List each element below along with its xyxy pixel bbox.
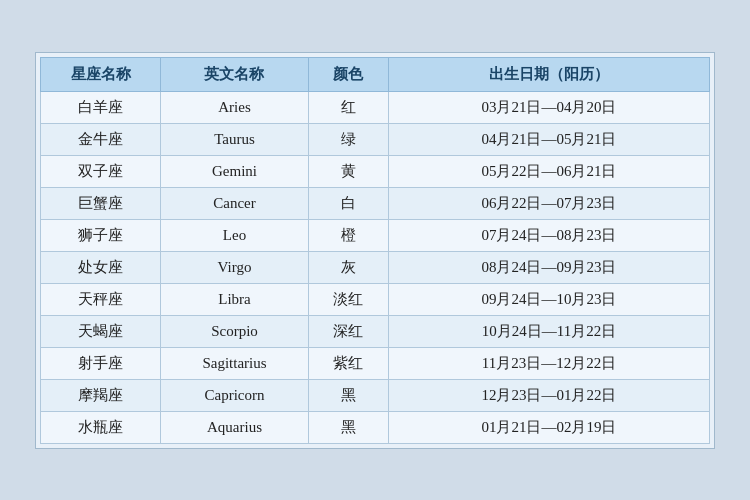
header-date: 出生日期（阳历）: [388, 57, 709, 91]
zodiac-table: 星座名称 英文名称 颜色 出生日期（阳历） 白羊座Aries红03月21日—04…: [40, 57, 710, 444]
cell-cn: 处女座: [41, 251, 161, 283]
cell-cn: 射手座: [41, 347, 161, 379]
cell-en: Aquarius: [161, 411, 308, 443]
cell-color: 紫红: [308, 347, 388, 379]
cell-color: 淡红: [308, 283, 388, 315]
cell-en: Virgo: [161, 251, 308, 283]
cell-cn: 巨蟹座: [41, 187, 161, 219]
cell-color: 橙: [308, 219, 388, 251]
cell-date: 04月21日—05月21日: [388, 123, 709, 155]
table-row: 双子座Gemini黄05月22日—06月21日: [41, 155, 710, 187]
zodiac-table-container: 星座名称 英文名称 颜色 出生日期（阳历） 白羊座Aries红03月21日—04…: [35, 52, 715, 449]
cell-cn: 水瓶座: [41, 411, 161, 443]
cell-date: 12月23日—01月22日: [388, 379, 709, 411]
cell-cn: 双子座: [41, 155, 161, 187]
table-row: 处女座Virgo灰08月24日—09月23日: [41, 251, 710, 283]
cell-date: 11月23日—12月22日: [388, 347, 709, 379]
cell-en: Sagittarius: [161, 347, 308, 379]
table-row: 射手座Sagittarius紫红11月23日—12月22日: [41, 347, 710, 379]
cell-color: 白: [308, 187, 388, 219]
cell-en: Taurus: [161, 123, 308, 155]
cell-color: 黑: [308, 411, 388, 443]
cell-en: Gemini: [161, 155, 308, 187]
cell-en: Scorpio: [161, 315, 308, 347]
cell-date: 09月24日—10月23日: [388, 283, 709, 315]
cell-cn: 白羊座: [41, 91, 161, 123]
cell-color: 黑: [308, 379, 388, 411]
cell-date: 03月21日—04月20日: [388, 91, 709, 123]
cell-color: 黄: [308, 155, 388, 187]
header-color: 颜色: [308, 57, 388, 91]
cell-date: 07月24日—08月23日: [388, 219, 709, 251]
cell-en: Aries: [161, 91, 308, 123]
cell-en: Leo: [161, 219, 308, 251]
table-row: 水瓶座Aquarius黑01月21日—02月19日: [41, 411, 710, 443]
cell-color: 深红: [308, 315, 388, 347]
table-row: 金牛座Taurus绿04月21日—05月21日: [41, 123, 710, 155]
cell-date: 10月24日—11月22日: [388, 315, 709, 347]
cell-date: 01月21日—02月19日: [388, 411, 709, 443]
header-cn: 星座名称: [41, 57, 161, 91]
table-row: 白羊座Aries红03月21日—04月20日: [41, 91, 710, 123]
cell-color: 红: [308, 91, 388, 123]
cell-cn: 摩羯座: [41, 379, 161, 411]
cell-date: 08月24日—09月23日: [388, 251, 709, 283]
cell-color: 灰: [308, 251, 388, 283]
header-en: 英文名称: [161, 57, 308, 91]
cell-cn: 狮子座: [41, 219, 161, 251]
cell-cn: 天蝎座: [41, 315, 161, 347]
cell-en: Capricorn: [161, 379, 308, 411]
cell-date: 06月22日—07月23日: [388, 187, 709, 219]
table-row: 巨蟹座Cancer白06月22日—07月23日: [41, 187, 710, 219]
cell-cn: 金牛座: [41, 123, 161, 155]
table-row: 天秤座Libra淡红09月24日—10月23日: [41, 283, 710, 315]
cell-cn: 天秤座: [41, 283, 161, 315]
cell-date: 05月22日—06月21日: [388, 155, 709, 187]
table-header-row: 星座名称 英文名称 颜色 出生日期（阳历）: [41, 57, 710, 91]
table-row: 摩羯座Capricorn黑12月23日—01月22日: [41, 379, 710, 411]
table-row: 天蝎座Scorpio深红10月24日—11月22日: [41, 315, 710, 347]
table-row: 狮子座Leo橙07月24日—08月23日: [41, 219, 710, 251]
cell-color: 绿: [308, 123, 388, 155]
cell-en: Libra: [161, 283, 308, 315]
cell-en: Cancer: [161, 187, 308, 219]
